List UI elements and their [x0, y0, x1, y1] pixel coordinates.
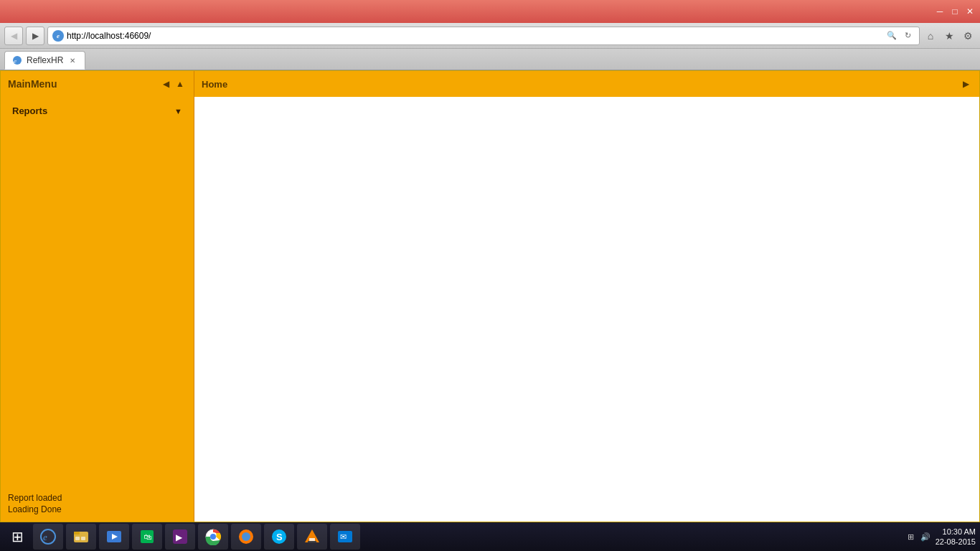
sidebar-item-reports[interactable]: Reports ▼ — [8, 103, 187, 119]
sidebar: Reports ▼ Report loaded Loading Done — [1, 97, 194, 522]
svg-text:🛍: 🛍 — [143, 532, 152, 541]
address-bar-icon: e — [52, 30, 64, 42]
svg-text:✉: ✉ — [340, 532, 347, 541]
search-button[interactable]: 🔍 — [885, 29, 899, 43]
vs-taskbar-button[interactable]: ▶ — [165, 524, 195, 550]
volume-icon: 🔊 — [920, 531, 931, 542]
home-button[interactable]: ⌂ — [923, 28, 938, 44]
tab-bar: e ReflexHR ✕ — [0, 49, 980, 70]
explorer-taskbar-icon — [72, 528, 90, 545]
svg-text:S: S — [276, 532, 283, 542]
left-arrow-button[interactable]: ◀ — [159, 77, 172, 90]
ie-taskbar-button[interactable]: e — [33, 524, 63, 550]
titlebar: ─ □ ✕ — [0, 0, 980, 23]
store-taskbar-icon: 🛍 — [138, 528, 156, 545]
svg-text:▶: ▶ — [176, 532, 183, 542]
vlc-taskbar-button[interactable] — [297, 524, 327, 550]
tab-favicon: e — [12, 55, 22, 65]
tab-close-button[interactable]: ✕ — [67, 55, 77, 65]
sidebar-status: Report loaded Loading Done — [1, 487, 194, 522]
firefox-taskbar-icon — [237, 528, 255, 545]
app-navbar: MainMenu ◀ ▲ Home ▶ — [1, 71, 979, 97]
app-navbar-right: Home ▶ — [194, 71, 979, 97]
maximize-button[interactable]: □ — [948, 4, 962, 19]
tools-button[interactable]: ⚙ — [960, 28, 976, 44]
minimize-button[interactable]: ─ — [933, 4, 947, 19]
clock-time: 10:30 AM — [936, 527, 976, 537]
tab-label: ReflexHR — [27, 55, 63, 65]
status-line-2: Loading Done — [8, 504, 187, 514]
browser-toolbar: ◀ ▶ e 🔍 ↻ ⌂ ★ ⚙ — [0, 23, 980, 49]
firefox-taskbar-button[interactable] — [231, 524, 261, 550]
address-input[interactable] — [67, 31, 882, 41]
taskbar-clock[interactable]: 10:30 AM 22-08-2015 — [936, 527, 976, 547]
ie-small-icon: e — [57, 32, 60, 39]
svg-text:e: e — [43, 532, 47, 542]
taskbar-system-icons: ⊞ 🔊 — [905, 531, 931, 542]
outlook-taskbar-icon: ✉ — [336, 528, 354, 545]
clock-date: 22-08-2015 — [936, 537, 976, 547]
skype-taskbar-button[interactable]: S — [264, 524, 294, 550]
explorer-taskbar-button[interactable] — [66, 524, 96, 550]
home-breadcrumb: Home — [202, 79, 227, 90]
back-button[interactable]: ◀ — [4, 27, 23, 45]
refresh-button[interactable]: ↻ — [900, 29, 915, 43]
taskbar-right: ⊞ 🔊 10:30 AM 22-08-2015 — [905, 527, 976, 547]
address-actions: 🔍 ↻ — [885, 29, 915, 43]
media-taskbar-button[interactable] — [99, 524, 129, 550]
chrome-taskbar-icon — [204, 528, 222, 545]
svg-rect-22 — [308, 541, 316, 542]
outlook-taskbar-button[interactable]: ✉ — [330, 524, 360, 550]
reports-label: Reports — [12, 105, 47, 116]
content-area — [194, 97, 979, 522]
svg-text:e: e — [14, 57, 17, 65]
main-menu-title: MainMenu — [8, 78, 57, 90]
status-line-1: Report loaded — [8, 493, 187, 503]
reflexhr-tab[interactable]: e ReflexHR ✕ — [4, 51, 85, 70]
app-container: MainMenu ◀ ▲ Home ▶ Reports ▼ Report loa… — [0, 70, 980, 522]
ie-taskbar-icon: e — [39, 528, 57, 545]
favorites-button[interactable]: ★ — [941, 28, 957, 44]
sidebar-content: Reports ▼ — [1, 97, 194, 125]
app-navbar-left: MainMenu ◀ ▲ — [1, 71, 194, 97]
taskbar: ⊞ e 🛍 ▶ — [0, 522, 980, 551]
network-icon: ⊞ — [905, 531, 917, 542]
svg-rect-5 — [74, 532, 80, 534]
skype-taskbar-icon: S — [270, 528, 288, 545]
store-taskbar-button[interactable]: 🛍 — [132, 524, 162, 550]
collapse-button[interactable]: ▲ — [174, 77, 187, 90]
vs-taskbar-icon: ▶ — [171, 528, 189, 545]
svg-rect-7 — [81, 537, 85, 540]
svg-point-15 — [210, 534, 216, 540]
chrome-taskbar-button[interactable] — [198, 524, 228, 550]
right-arrow-button[interactable]: ▶ — [959, 77, 972, 90]
address-bar: e 🔍 ↻ — [47, 27, 920, 45]
start-button[interactable]: ⊞ — [4, 524, 30, 550]
titlebar-controls: ─ □ ✕ — [933, 4, 977, 19]
app-main: Reports ▼ Report loaded Loading Done — [1, 97, 979, 522]
svg-rect-6 — [75, 537, 80, 540]
reports-chevron-icon: ▼ — [174, 107, 182, 116]
svg-point-17 — [242, 532, 250, 541]
close-button[interactable]: ✕ — [963, 4, 977, 19]
navbar-chevrons: ◀ ▲ — [159, 77, 187, 90]
media-taskbar-icon — [105, 528, 123, 545]
vlc-taskbar-icon — [303, 528, 321, 545]
forward-button[interactable]: ▶ — [26, 27, 44, 45]
